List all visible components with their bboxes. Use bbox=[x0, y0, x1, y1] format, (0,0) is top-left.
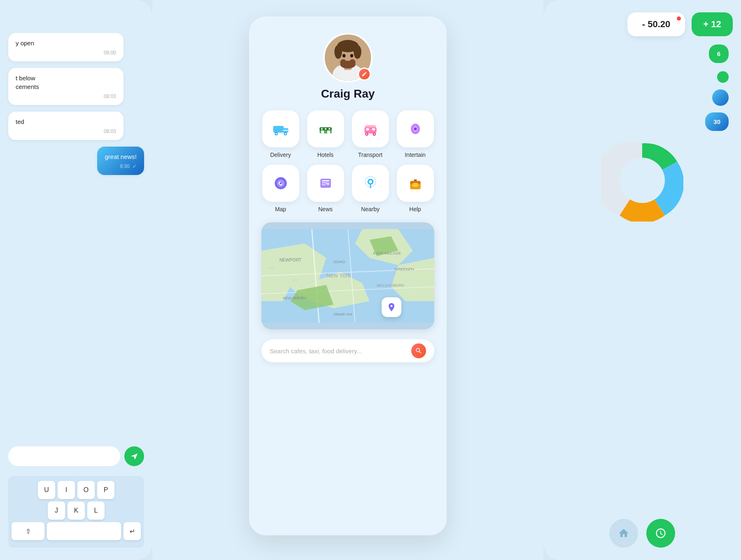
svg-rect-12 bbox=[273, 126, 284, 133]
search-bar[interactable]: Search cafes, taxi, food delivery... bbox=[261, 339, 434, 362]
news-label: News bbox=[318, 206, 333, 212]
svg-text:GREENPH: GREENPH bbox=[395, 267, 415, 271]
svg-point-34 bbox=[414, 127, 417, 130]
search-icon[interactable] bbox=[411, 343, 426, 358]
svg-point-32 bbox=[373, 133, 375, 135]
key-k[interactable]: K bbox=[68, 502, 85, 520]
svg-rect-51 bbox=[414, 180, 417, 181]
menu-item-intertain[interactable]: Intertain bbox=[396, 110, 434, 158]
svg-point-5 bbox=[334, 45, 342, 59]
menu-grid: Delivery Hotels bbox=[261, 110, 434, 212]
message-text: t belowcements bbox=[16, 74, 116, 91]
credit-box: + 12 bbox=[692, 12, 733, 36]
chat-message-2: t belowcements 08:03 bbox=[8, 68, 124, 105]
center-panel: Craig Ray Delivery bbox=[152, 0, 543, 560]
svg-text:Atlantic Ave: Atlantic Ave bbox=[333, 312, 352, 316]
key-shift[interactable]: ⇧ bbox=[12, 522, 44, 540]
svg-rect-24 bbox=[329, 128, 330, 130]
svg-point-76 bbox=[620, 158, 665, 203]
svg-point-17 bbox=[284, 133, 286, 135]
menu-item-nearby[interactable]: Nearby bbox=[351, 165, 389, 212]
keyboard: U I O P J K L ⇧ ↵ bbox=[8, 476, 144, 548]
svg-point-8 bbox=[350, 54, 353, 57]
svg-text:9A: 9A bbox=[308, 240, 312, 244]
debit-amount: - 50.20 bbox=[642, 19, 671, 30]
key-j[interactable]: J bbox=[48, 502, 65, 520]
keyboard-row-1: U I O P bbox=[12, 481, 141, 499]
svg-point-50 bbox=[412, 184, 418, 187]
key-space[interactable] bbox=[47, 522, 121, 540]
svg-rect-40 bbox=[322, 182, 327, 183]
svg-rect-22 bbox=[321, 128, 323, 130]
map-container[interactable]: NEWPORT SOHO EAST VILLAGE GREENPH New Yo… bbox=[261, 222, 434, 329]
svg-rect-23 bbox=[325, 128, 326, 130]
nearby-icon-box bbox=[352, 165, 389, 202]
menu-item-help[interactable]: Help bbox=[396, 165, 434, 212]
hotels-icon-box bbox=[307, 110, 344, 147]
svg-rect-41 bbox=[322, 184, 325, 185]
keyboard-row-2: J K L bbox=[12, 502, 141, 520]
svg-text:618: 618 bbox=[292, 278, 298, 282]
msg-bubble-dot-green bbox=[717, 71, 729, 83]
svg-rect-27 bbox=[366, 128, 369, 131]
delivery-icon-box bbox=[262, 110, 299, 147]
svg-text:WILLIAMSBURG: WILLIAMSBURG bbox=[377, 283, 404, 287]
chat-message-1: y open 08:00 bbox=[8, 33, 124, 61]
nearby-label: Nearby bbox=[361, 206, 380, 212]
message-time: 9:30 ✓ bbox=[105, 163, 137, 169]
msg-bubble-dot-blue bbox=[712, 89, 729, 106]
help-label: Help bbox=[409, 206, 421, 212]
right-messages: 6 30 bbox=[552, 44, 733, 131]
svg-rect-39 bbox=[322, 180, 329, 182]
map-label: Map bbox=[275, 206, 286, 212]
map-location-pin[interactable] bbox=[382, 297, 401, 317]
menu-item-hotels[interactable]: Hotels bbox=[306, 110, 345, 158]
key-i[interactable]: I bbox=[58, 481, 75, 499]
home-button[interactable] bbox=[609, 519, 638, 548]
svg-point-16 bbox=[275, 133, 277, 135]
svg-point-6 bbox=[354, 45, 361, 59]
menu-item-delivery[interactable]: Delivery bbox=[261, 110, 300, 158]
search-placeholder-text: Search cafes, taxi, food delivery... bbox=[270, 348, 406, 355]
svg-point-31 bbox=[366, 133, 368, 135]
hotels-label: Hotels bbox=[317, 152, 334, 158]
intertain-icon-box bbox=[397, 110, 434, 147]
message-text: y open bbox=[16, 39, 116, 47]
help-icon-box bbox=[397, 165, 434, 202]
send-button[interactable] bbox=[124, 446, 144, 466]
svg-rect-42 bbox=[326, 182, 329, 185]
map-icon-box bbox=[262, 165, 299, 202]
chat-message-sent: great news! 9:30 ✓ bbox=[97, 147, 144, 175]
key-l[interactable]: L bbox=[87, 502, 105, 520]
key-o[interactable]: O bbox=[77, 481, 95, 499]
menu-item-transport[interactable]: Transport bbox=[351, 110, 389, 158]
svg-point-37 bbox=[280, 182, 282, 184]
transport-icon-box bbox=[352, 110, 389, 147]
stats-button[interactable] bbox=[646, 519, 675, 548]
key-return[interactable]: ↵ bbox=[124, 522, 141, 540]
edit-badge[interactable] bbox=[358, 68, 371, 81]
message-text: ted bbox=[16, 117, 116, 126]
svg-text:NEWPORT: NEWPORT bbox=[280, 257, 302, 262]
avatar-wrapper bbox=[323, 33, 373, 82]
key-u[interactable]: U bbox=[38, 481, 55, 499]
delivery-label: Delivery bbox=[270, 152, 291, 158]
chat-message-3: ted 08:03 bbox=[8, 112, 124, 140]
svg-text:NEW JERSEY: NEW JERSEY bbox=[283, 296, 307, 300]
chart-section bbox=[552, 139, 733, 222]
debit-box: - 50.20 bbox=[627, 12, 685, 36]
menu-item-news[interactable]: News bbox=[306, 165, 345, 212]
left-chat-panel: y open 08:00 t belowcements 08:03 ted 08… bbox=[0, 0, 152, 560]
news-icon-box bbox=[307, 165, 344, 202]
avatar-section: Craig Ray bbox=[321, 33, 375, 100]
intertain-label: Intertain bbox=[405, 152, 426, 158]
keyboard-row-3: ⇧ ↵ bbox=[12, 522, 141, 540]
menu-item-map[interactable]: Map bbox=[261, 165, 300, 212]
chat-input[interactable] bbox=[8, 446, 120, 466]
svg-point-7 bbox=[343, 54, 345, 57]
message-time: 08:00 bbox=[16, 50, 116, 56]
svg-point-11 bbox=[350, 59, 356, 65]
svg-rect-21 bbox=[327, 131, 330, 133]
message-time: 08:03 bbox=[16, 93, 116, 99]
key-p[interactable]: P bbox=[97, 481, 114, 499]
